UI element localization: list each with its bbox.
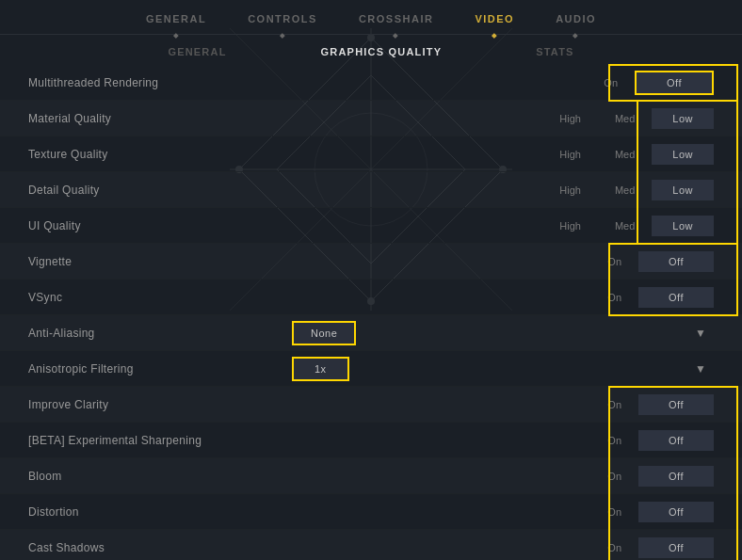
label-ui-quality: UI Quality <box>28 219 292 232</box>
opt-on-vsync[interactable]: On <box>590 287 638 308</box>
options-material-quality: High Med Low <box>292 108 714 129</box>
options-bloom: On Off <box>292 466 714 487</box>
btn-low-ui[interactable]: Low <box>652 216 714 236</box>
btn-none-anti-aliasing[interactable]: None <box>292 321 356 345</box>
opt-med-texture[interactable]: Med <box>598 144 652 165</box>
nav-video[interactable]: VIDEO <box>473 9 516 28</box>
row-bloom: Bloom On Off <box>0 458 742 494</box>
opt-med-ui[interactable]: Med <box>598 216 652 236</box>
btn-off-sharpening[interactable]: Off <box>638 430 714 451</box>
opt-on-distortion[interactable]: On <box>590 502 638 522</box>
row-material-quality: Material Quality High Med Low <box>0 101 742 136</box>
opt-high-detail[interactable]: High <box>542 180 598 200</box>
btn-low-material[interactable]: Low <box>652 108 714 129</box>
options-multithreaded: On Off <box>292 71 714 95</box>
dropdown-anisotropic[interactable]: ▼ <box>695 362 706 376</box>
options-anti-aliasing: None ▼ <box>292 321 714 345</box>
opt-on-cast-shadows[interactable]: On <box>590 537 638 558</box>
btn-off-improve-clarity[interactable]: Off <box>638 394 714 415</box>
dropdown-anti-aliasing[interactable]: ▼ <box>695 327 706 340</box>
label-multithreaded: Multithreaded Rendering <box>28 76 292 89</box>
options-vignette: On Off <box>292 251 714 272</box>
opt-high-material[interactable]: High <box>542 108 598 129</box>
btn-off-cast-shadows[interactable]: Off <box>638 537 714 558</box>
row-distortion: Distortion On Off <box>0 494 742 530</box>
label-vignette: Vignette <box>28 255 292 268</box>
opt-med-material[interactable]: Med <box>598 108 652 129</box>
label-bloom: Bloom <box>28 470 292 483</box>
btn-off-distortion[interactable]: Off <box>638 502 714 522</box>
top-navigation: GENERAL CONTROLS CROSSHAIR VIDEO AUDIO <box>0 0 742 35</box>
nav-crosshair[interactable]: CROSSHAIR <box>357 9 436 28</box>
options-detail-quality: High Med Low <box>292 180 714 200</box>
subnav-graphics-quality[interactable]: GRAPHICS QUALITY <box>321 46 443 57</box>
label-material-quality: Material Quality <box>28 112 292 125</box>
nav-general[interactable]: GENERAL <box>144 9 208 28</box>
nav-controls[interactable]: CONTROLS <box>246 9 319 28</box>
settings-table: Multithreaded Rendering On Off Material … <box>0 65 742 560</box>
btn-1x-anisotropic[interactable]: 1x <box>292 357 349 381</box>
btn-low-texture[interactable]: Low <box>652 144 714 165</box>
options-improve-clarity: On Off <box>292 394 714 415</box>
label-anti-aliasing: Anti-Aliasing <box>28 327 292 340</box>
options-cast-shadows: On Off <box>292 537 714 558</box>
row-detail-quality: Detail Quality High Med Low <box>0 172 742 208</box>
opt-high-texture[interactable]: High <box>542 144 598 165</box>
opt-on-vignette[interactable]: On <box>590 251 638 272</box>
nav-audio[interactable]: AUDIO <box>554 9 598 28</box>
opt-on-multithreaded[interactable]: On <box>587 72 635 93</box>
row-multithreaded-rendering: Multithreaded Rendering On Off <box>0 65 742 101</box>
label-anisotropic: Anisotropic Filtering <box>28 362 292 376</box>
row-anisotropic-filtering: Anisotropic Filtering 1x ▼ <box>0 351 742 387</box>
row-texture-quality: Texture Quality High Med Low <box>0 136 742 172</box>
label-cast-shadows: Cast Shadows <box>28 541 292 554</box>
row-improve-clarity: Improve Clarity On Off <box>0 387 742 423</box>
label-detail-quality: Detail Quality <box>28 184 292 197</box>
opt-on-improve-clarity[interactable]: On <box>590 394 638 415</box>
row-cast-shadows: Cast Shadows On Off <box>0 530 742 560</box>
opt-med-detail[interactable]: Med <box>598 180 652 200</box>
label-vsync: VSync <box>28 291 292 304</box>
label-texture-quality: Texture Quality <box>28 148 292 161</box>
label-experimental-sharpening: [BETA] Experimental Sharpening <box>28 434 292 447</box>
options-experimental-sharpening: On Off <box>292 430 714 451</box>
btn-off-multithreaded[interactable]: Off <box>635 71 714 95</box>
opt-on-sharpening[interactable]: On <box>590 430 638 451</box>
subnav-stats[interactable]: STATS <box>536 46 573 57</box>
row-experimental-sharpening: [BETA] Experimental Sharpening On Off <box>0 423 742 458</box>
options-texture-quality: High Med Low <box>292 144 714 165</box>
sub-navigation: GENERAL GRAPHICS QUALITY STATS <box>0 35 742 65</box>
row-ui-quality: UI Quality High Med Low <box>0 208 742 244</box>
subnav-general[interactable]: GENERAL <box>168 46 226 57</box>
options-distortion: On Off <box>292 502 714 522</box>
options-anisotropic: 1x ▼ <box>292 357 714 381</box>
row-vsync: VSync On Off <box>0 280 742 315</box>
btn-off-vsync[interactable]: Off <box>638 287 714 308</box>
opt-on-bloom[interactable]: On <box>590 466 638 487</box>
row-anti-aliasing: Anti-Aliasing None ▼ <box>0 315 742 351</box>
opt-high-ui[interactable]: High <box>542 216 598 236</box>
options-ui-quality: High Med Low <box>292 216 714 236</box>
row-vignette: Vignette On Off <box>0 244 742 280</box>
label-distortion: Distortion <box>28 505 292 519</box>
options-vsync: On Off <box>292 287 714 308</box>
btn-off-vignette[interactable]: Off <box>638 251 714 272</box>
label-improve-clarity: Improve Clarity <box>28 398 292 411</box>
btn-off-bloom[interactable]: Off <box>638 466 714 487</box>
btn-low-detail[interactable]: Low <box>652 180 714 200</box>
